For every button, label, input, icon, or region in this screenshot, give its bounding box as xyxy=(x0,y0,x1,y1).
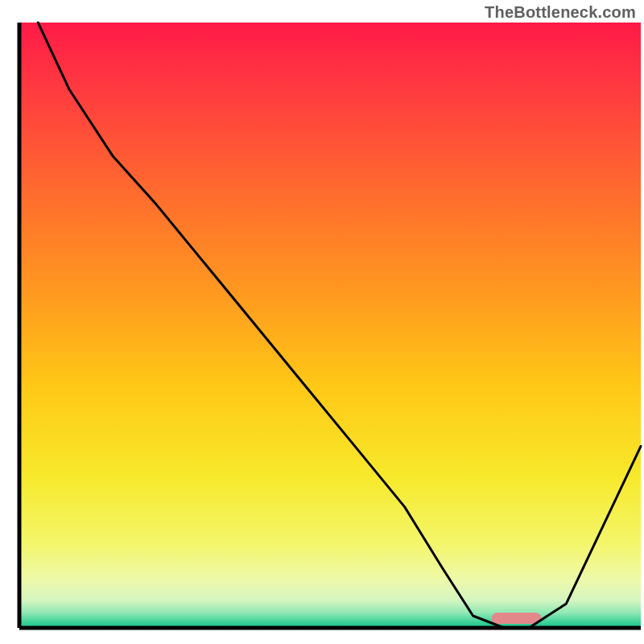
optimal-marker xyxy=(492,613,542,624)
chart-svg xyxy=(0,0,644,644)
plot-background xyxy=(19,23,641,628)
watermark-text: TheBottleneck.com xyxy=(485,3,636,22)
bottleneck-chart: TheBottleneck.com xyxy=(0,0,644,644)
